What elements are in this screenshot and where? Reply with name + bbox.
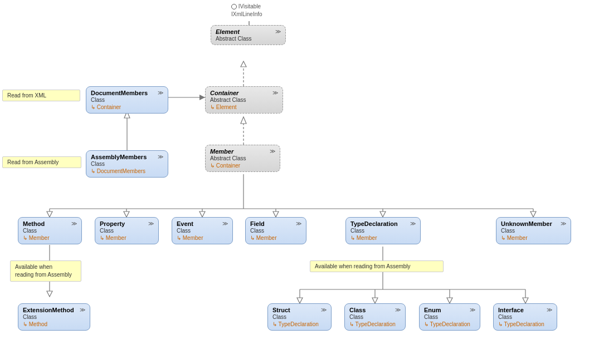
event-type: Class [177, 228, 228, 234]
element-chevron: ≫ [275, 28, 281, 35]
struct-box: Struct ≫ Class TypeDeclaration [267, 303, 332, 331]
svg-marker-6 [199, 95, 205, 100]
property-parent: Member [100, 235, 154, 241]
struct-type: Class [272, 314, 327, 320]
assemblymembers-type: Class [91, 161, 163, 167]
assemblymembers-chevron: ≫ [158, 154, 163, 160]
svg-marker-32 [447, 298, 452, 303]
svg-marker-18 [273, 211, 279, 217]
typedeclaration-chevron: ≫ [410, 220, 416, 227]
svg-marker-12 [47, 211, 52, 217]
extensionmethod-header: ExtensionMethod ≫ [23, 307, 85, 313]
extensionmethod-box: ExtensionMethod ≫ Class Method [18, 303, 90, 331]
property-type: Class [100, 228, 154, 234]
method-box: Method ≫ Class Member [18, 217, 82, 244]
note-available-assembly-1: Available whenreading from Assembly [10, 260, 81, 282]
property-name: Property [100, 220, 125, 227]
class-parent: TypeDeclaration [349, 321, 401, 327]
enum-type: Class [424, 314, 475, 320]
class-chevron: ≫ [395, 307, 401, 313]
ivisitable-label: IVisitable [231, 3, 261, 9]
svg-marker-24 [47, 291, 52, 297]
class-box: Class ≫ Class TypeDeclaration [344, 303, 406, 331]
typedeclaration-header: TypeDeclaration ≫ [350, 220, 416, 227]
property-header: Property ≫ [100, 220, 154, 227]
unknownmember-type: Class [501, 228, 566, 234]
documentmembers-parent: Container [91, 104, 163, 110]
class-header: Class ≫ [349, 307, 401, 313]
struct-name: Struct [272, 307, 290, 313]
method-parent: Member [23, 235, 77, 241]
member-chevron: ≫ [270, 148, 275, 154]
documentmembers-header: DocumentMembers ≫ [91, 90, 163, 96]
struct-parent: TypeDeclaration [272, 321, 327, 327]
container-header: Container ≫ [210, 90, 278, 96]
interface-chevron: ≫ [547, 307, 552, 313]
documentmembers-box: DocumentMembers ≫ Class Container [86, 86, 168, 114]
typedeclaration-name: TypeDeclaration [350, 220, 398, 227]
member-header: Member ≫ [210, 148, 275, 155]
struct-chevron: ≫ [321, 307, 327, 313]
assemblymembers-header: AssemblyMembers ≫ [91, 154, 163, 160]
event-header: Event ≫ [177, 220, 228, 227]
element-name: Element [216, 28, 240, 35]
interface-header: Interface ≫ [498, 307, 552, 313]
extensionmethod-chevron: ≫ [80, 307, 85, 313]
svg-marker-16 [199, 211, 205, 217]
svg-marker-4 [241, 117, 246, 124]
field-box: Field ≫ Class Member [245, 217, 306, 244]
extensionmethod-type: Class [23, 314, 85, 320]
svg-marker-30 [372, 298, 378, 303]
container-type: Abstract Class [210, 97, 278, 103]
field-chevron: ≫ [296, 220, 301, 227]
element-type: Abstract Class [216, 36, 281, 42]
svg-marker-2 [241, 61, 246, 67]
container-parent: Element [210, 104, 278, 110]
svg-marker-20 [380, 211, 386, 217]
field-name: Field [250, 220, 265, 227]
member-type: Abstract Class [210, 155, 275, 161]
unknownmember-chevron: ≫ [561, 220, 566, 227]
event-parent: Member [177, 235, 228, 241]
member-name: Member [210, 148, 233, 155]
unknownmember-parent: Member [501, 235, 566, 241]
class-name: Class [349, 307, 366, 313]
element-box: Element ≫ Abstract Class [211, 25, 286, 45]
enum-parent: TypeDeclaration [424, 321, 475, 327]
assemblymembers-box: AssemblyMembers ≫ Class DocumentMembers [86, 150, 168, 178]
note-read-from-xml: Read from XML [2, 90, 80, 101]
unknownmember-header: UnknownMember ≫ [501, 220, 566, 227]
element-header: Element ≫ [216, 28, 281, 35]
enum-chevron: ≫ [470, 307, 475, 313]
interface-name: Interface [498, 307, 524, 313]
container-chevron: ≫ [272, 90, 278, 96]
extensionmethod-parent: Method [23, 321, 85, 327]
member-box: Member ≫ Abstract Class Container [205, 145, 280, 172]
interface-parent: TypeDeclaration [498, 321, 552, 327]
ivisitable-circle [231, 4, 237, 9]
assemblymembers-parent: DocumentMembers [91, 168, 163, 174]
enum-name: Enum [424, 307, 441, 313]
class-type: Class [349, 314, 401, 320]
interface-box: Interface ≫ Class TypeDeclaration [493, 303, 557, 331]
struct-header: Struct ≫ [272, 307, 327, 313]
svg-marker-22 [530, 211, 536, 217]
container-name: Container [210, 90, 238, 96]
documentmembers-type: Class [91, 97, 163, 103]
field-parent: Member [250, 235, 301, 241]
unknownmember-box: UnknownMember ≫ Class Member [496, 217, 571, 244]
interface-type: Class [498, 314, 552, 320]
svg-marker-34 [523, 298, 528, 303]
property-box: Property ≫ Class Member [95, 217, 159, 244]
documentmembers-chevron: ≫ [158, 90, 163, 96]
note-read-from-assembly: Read from Assembly [2, 156, 81, 168]
event-name: Event [177, 220, 193, 227]
note-available-assembly-2: Available when reading from Assembly [310, 260, 444, 272]
documentmembers-name: DocumentMembers [91, 90, 148, 96]
enum-box: Enum ≫ Class TypeDeclaration [419, 303, 480, 331]
enum-header: Enum ≫ [424, 307, 475, 313]
typedeclaration-type: Class [350, 228, 416, 234]
field-type: Class [250, 228, 301, 234]
extensionmethod-name: ExtensionMethod [23, 307, 74, 313]
property-chevron: ≫ [148, 220, 154, 227]
